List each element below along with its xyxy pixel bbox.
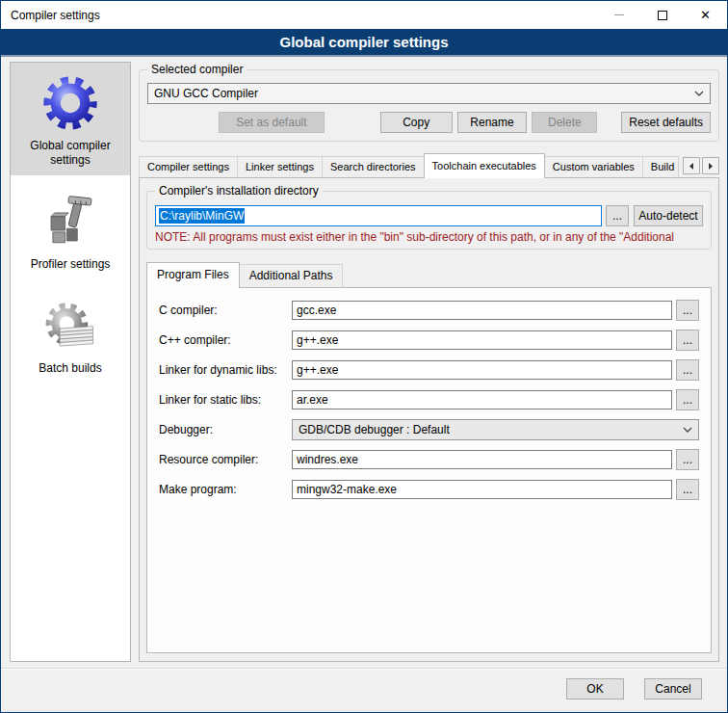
rename-button[interactable]: Rename [457,112,528,133]
install-dir-input[interactable]: C:\raylib\MinGW [155,205,602,226]
set-as-default-button[interactable]: Set as default [219,112,325,133]
field-label: Make program: [159,483,292,496]
linker-static-input[interactable] [292,390,672,409]
compiler-select-value: GNU GCC Compiler [154,87,690,100]
sidebar-item-profiler-settings[interactable]: Profiler settings [11,181,130,279]
field-row-make-program: Make program: ... [159,479,699,500]
debugger-select[interactable]: GDB/CDB debugger : Default [292,419,699,440]
linker-static-browse-button[interactable]: ... [676,389,699,410]
minimize-button[interactable] [597,1,640,29]
field-label: Debugger: [159,423,292,436]
c-compiler-browse-button[interactable]: ... [676,300,699,321]
page-title: Global compiler settings [1,29,727,57]
tab-build-options[interactable]: Build [642,156,679,177]
field-label: Resource compiler: [159,453,292,466]
resource-compiler-browse-button[interactable]: ... [676,449,699,470]
tab-scroll-left-button[interactable] [683,157,700,174]
titlebar: Compiler settings ✕ [1,1,727,29]
sidebar-item-label: Profiler settings [31,257,111,272]
install-dir-browse-button[interactable]: ... [606,205,629,226]
field-label: C++ compiler: [159,333,292,347]
gray-gear-papers-icon [39,295,101,356]
toolchain-executables-panel: Compiler's installation directory C:\ray… [139,177,719,662]
close-button[interactable]: ✕ [684,1,727,29]
field-label: C compiler: [159,304,292,317]
tab-custom-variables[interactable]: Custom variables [544,156,643,177]
cancel-button[interactable]: Cancel [644,678,702,700]
subtab-program-files[interactable]: Program Files [146,262,240,288]
tab-scroll-controls [683,157,719,177]
minimize-icon [614,14,624,15]
program-files-panel: C compiler: ... C++ compiler: ... Linker… [146,287,712,653]
cpp-compiler-browse-button[interactable]: ... [676,330,699,351]
compiler-select[interactable]: GNU GCC Compiler [147,83,711,104]
make-program-input[interactable] [292,480,672,499]
sidebar-item-batch-builds[interactable]: Batch builds [11,285,130,383]
compiler-settings-dialog: Compiler settings ✕ Global compiler sett… [0,0,728,713]
field-row-debugger: Debugger: GDB/CDB debugger : Default [159,419,699,440]
install-dir-legend: Compiler's installation directory [155,184,323,198]
auto-detect-button[interactable]: Auto-detect [634,205,703,226]
field-row-cpp-compiler: C++ compiler: ... [159,330,699,351]
linker-dynamic-input[interactable] [292,360,672,380]
tab-compiler-settings[interactable]: Compiler settings [139,156,238,177]
sidebar-item-global-compiler-settings[interactable]: Global compiler settings [11,63,130,175]
debugger-select-value: GDB/CDB debugger : Default [299,423,679,436]
copy-button[interactable]: Copy [380,112,453,133]
compiler-buttons-row: Set as default Copy Rename Delete Reset … [147,112,711,133]
dialog-footer: OK Cancel [1,668,727,712]
install-dir-group: Compiler's installation directory C:\ray… [146,191,712,250]
field-row-linker-static: Linker for static libs: ... [159,389,699,410]
footer-divider [1,668,727,670]
chevron-down-icon [694,91,704,96]
field-row-c-compiler: C compiler: ... [159,300,699,321]
chevron-down-icon [683,427,692,433]
sidebar-item-label: Batch builds [39,361,101,376]
subtab-additional-paths[interactable]: Additional Paths [239,264,344,287]
reset-defaults-button[interactable]: Reset defaults [621,112,711,133]
field-label: Linker for dynamic libs: [159,363,292,377]
cpp-compiler-input[interactable] [292,330,672,350]
c-compiler-input[interactable] [292,301,672,320]
blue-gear-icon [39,72,101,134]
make-program-browse-button[interactable]: ... [676,479,699,500]
delete-button[interactable]: Delete [532,112,597,133]
tab-search-directories[interactable]: Search directories [322,156,425,177]
maximize-icon [658,11,667,20]
install-dir-note: NOTE: All programs must exist either in … [155,230,703,244]
tab-linker-settings[interactable]: Linker settings [237,156,323,177]
linker-dynamic-browse-button[interactable]: ... [676,359,699,381]
toolchain-subtabbar: Program Files Additional Paths [146,263,712,287]
field-row-resource-compiler: Resource compiler: ... [159,449,699,470]
triangle-right-icon [707,162,715,171]
settings-category-sidebar: Global compiler settings [10,62,131,662]
triangle-left-icon [688,162,695,171]
tab-toolchain-executables[interactable]: Toolchain executables [424,153,545,178]
caliper-cubes-icon [39,191,101,252]
tab-scroll-right-button[interactable] [702,157,719,174]
titlebar-drag-area[interactable] [100,1,597,29]
ok-button[interactable]: OK [566,678,624,700]
selected-compiler-group: Selected compiler GNU GCC Compiler Set a… [139,69,719,142]
field-label: Linker for static libs: [159,393,292,407]
selected-compiler-legend: Selected compiler [147,63,247,76]
settings-tabbar: Compiler settings Linker settings Search… [139,151,719,177]
window-title: Compiler settings [1,9,100,22]
close-icon: ✕ [700,9,711,21]
sidebar-item-label: Global compiler settings [14,139,126,168]
field-row-linker-dynamic: Linker for dynamic libs: ... [159,359,699,381]
maximize-button[interactable] [640,1,684,29]
resource-compiler-input[interactable] [292,450,672,469]
install-dir-value: C:\raylib\MinGW [159,208,245,224]
